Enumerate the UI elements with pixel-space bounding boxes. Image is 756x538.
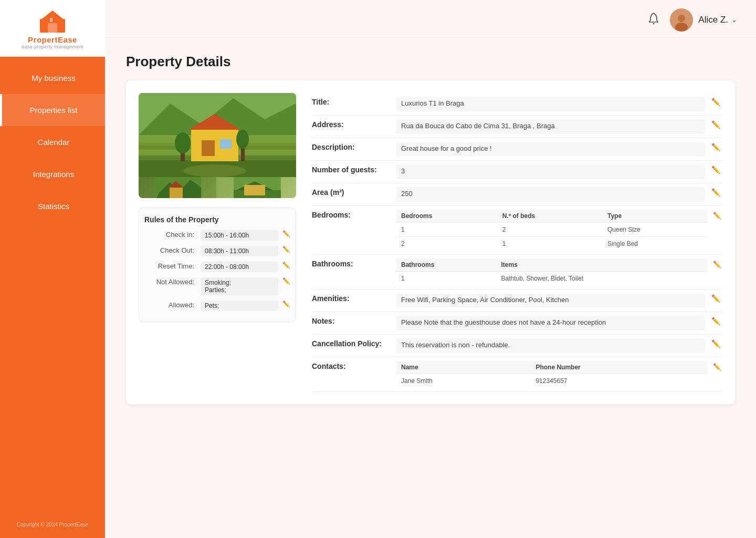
description-value: Great house for a good price !	[396, 142, 705, 157]
beds-col-header: N.º of beds	[497, 210, 602, 223]
bedrooms-detail-row: Bedrooms: Bedrooms N.º of beds Type	[312, 206, 722, 255]
property-images	[139, 93, 296, 198]
not-allowed-label: Not Allowed:	[144, 277, 194, 286]
rules-title: Rules of the Property	[144, 215, 290, 224]
checkin-edit-icon[interactable]: ✏️	[282, 230, 290, 237]
address-edit-button[interactable]: ✏️	[709, 119, 722, 130]
cancellation-label: Cancellation Policy:	[312, 338, 396, 348]
contacts-table: Name Phone Number Jane Smith 912345657	[396, 361, 708, 388]
table-row: 1 2 Queen Size	[396, 223, 708, 237]
avatar	[670, 8, 693, 32]
title-value: Luxurios T1 in Braga	[396, 97, 705, 111]
checkout-row: Check Out: 08:30h - 11:00h ✏️	[144, 246, 290, 256]
area-value: 250	[396, 187, 705, 202]
guests-edit-button[interactable]: ✏️	[709, 164, 722, 175]
sidebar-nav: My business Properties list Calendar Int…	[0, 62, 105, 222]
description-label: Description:	[312, 142, 396, 151]
title-edit-button[interactable]: ✏️	[709, 97, 722, 107]
allowed-edit-icon[interactable]: ✏️	[282, 301, 290, 308]
svg-rect-26	[170, 188, 183, 198]
reset-row: Reset Time: 22:00h - 08:00h ✏️	[144, 262, 290, 272]
sidebar-item-my-business[interactable]: My business	[0, 62, 105, 94]
area-edit-button[interactable]: ✏️	[709, 187, 722, 198]
bathroom-num-1: 1	[396, 272, 496, 286]
bedrooms-table: Bedrooms N.º of beds Type 1 2	[396, 210, 708, 251]
svg-point-4	[653, 23, 655, 24]
bathrooms-label: Bathrooms:	[312, 258, 396, 268]
thumbnail-2[interactable]	[218, 177, 296, 198]
not-allowed-edit-icon[interactable]: ✏️	[282, 277, 290, 285]
guests-value-wrap: 3 ✏️	[396, 164, 722, 179]
type-val-1: Queen Size	[602, 223, 708, 237]
bathrooms-edit-button[interactable]: ✏️	[712, 260, 722, 270]
cancellation-detail-row: Cancellation Policy: This reservation is…	[312, 335, 722, 357]
bathrooms-value-wrap: Bathrooms Items 1 Bathtub, Shower, Bidet…	[396, 258, 722, 285]
amenities-edit-button[interactable]: ✏️	[709, 293, 722, 304]
sidebar: PropertEase ease property management My …	[0, 0, 105, 538]
bathrooms-table-wrap: Bathrooms Items 1 Bathtub, Shower, Bidet…	[396, 258, 708, 285]
address-value-wrap: Rua da Bouca do Cabo de Cima 31, Braga ,…	[396, 119, 722, 134]
svg-point-22	[236, 130, 249, 149]
sidebar-item-calendar[interactable]: Calendar	[0, 126, 105, 158]
svg-rect-17	[202, 140, 215, 156]
table-row: 1 Bathtub, Shower, Bidet, Toilet	[396, 272, 708, 286]
logo-text: PropertEase	[28, 35, 77, 44]
table-row: Jane Smith 912345657	[396, 374, 708, 388]
checkout-edit-icon[interactable]: ✏️	[282, 246, 290, 253]
bedrooms-edit-button[interactable]: ✏️	[712, 211, 722, 221]
guests-value: 3	[396, 164, 705, 179]
items-col-header: Items	[496, 258, 708, 272]
guests-label: Number of guests:	[312, 164, 396, 174]
sidebar-item-integrations[interactable]: Integrations	[0, 158, 105, 190]
bedrooms-value-wrap: Bedrooms N.º of beds Type 1 2	[396, 210, 722, 251]
bedrooms-label: Bedrooms:	[312, 210, 396, 219]
logo-icon	[38, 9, 67, 34]
bedroom-num-2: 2	[396, 237, 497, 251]
page-title: Property Details	[126, 54, 735, 70]
content-area: Property Details	[105, 38, 756, 538]
reset-label: Reset Time:	[144, 262, 194, 270]
notes-detail-row: Notes: Please Note that the guesthouse d…	[312, 312, 722, 335]
sidebar-item-properties-list[interactable]: Properties list	[0, 94, 105, 126]
svg-point-6	[678, 15, 685, 22]
beds-num-1: 2	[497, 223, 602, 237]
username-label[interactable]: Alice Z.	[698, 15, 728, 25]
user-dropdown-icon[interactable]: ⌄	[731, 16, 737, 24]
contact-name-1: Jane Smith	[396, 374, 530, 388]
notes-edit-button[interactable]: ✏️	[709, 316, 722, 326]
description-value-wrap: Great house for a good price ! ✏️	[396, 142, 722, 157]
notification-bell-icon[interactable]	[647, 12, 660, 28]
checkout-label: Check Out:	[144, 246, 194, 254]
address-detail-row: Address: Rua da Bouca do Cabo de Cima 31…	[312, 116, 722, 138]
sidebar-item-statistics[interactable]: Statistics	[0, 190, 105, 222]
avatar-image	[670, 8, 693, 32]
title-value-wrap: Luxurios T1 in Braga ✏️	[396, 97, 722, 111]
rules-section: Rules of the Property Check in: 15:00h -…	[139, 208, 296, 322]
topbar: Alice Z. ⌄	[105, 0, 756, 38]
area-detail-row: Area (m²) 250 ✏️	[312, 183, 722, 206]
svg-rect-31	[244, 185, 265, 195]
guests-detail-row: Number of guests: 3 ✏️	[312, 161, 722, 183]
reset-edit-icon[interactable]: ✏️	[282, 262, 290, 269]
svg-rect-18	[220, 139, 232, 149]
description-edit-button[interactable]: ✏️	[709, 142, 722, 152]
thumbnail-1[interactable]	[139, 177, 216, 198]
beds-num-2: 1	[497, 237, 602, 251]
title-label: Title:	[312, 97, 396, 106]
contacts-edit-button[interactable]: ✏️	[712, 362, 722, 372]
allowed-label: Allowed:	[144, 301, 194, 309]
main-area: Alice Z. ⌄ Property Details	[105, 0, 756, 538]
address-value: Rua da Bouca do Cabo de Cima 31, Braga ,…	[396, 119, 705, 134]
amenities-detail-row: Amenities: Free Wifi, Parking Space, Air…	[312, 289, 722, 312]
type-val-2: Single Bed	[602, 237, 708, 251]
cancellation-edit-button[interactable]: ✏️	[709, 338, 722, 349]
cancellation-value: This reservation is non - refundable.	[396, 338, 705, 353]
bedroom-num-1: 1	[396, 223, 497, 237]
notes-value-wrap: Please Note that the guesthouse does not…	[396, 316, 722, 330]
cancellation-value-wrap: This reservation is non - refundable. ✏️	[396, 338, 722, 353]
allowed-value: Pets;	[201, 301, 278, 311]
reset-value: 22:00h - 08:00h	[201, 262, 278, 272]
notes-value: Please Note that the guesthouse does not…	[396, 316, 705, 330]
title-detail-row: Title: Luxurios T1 in Braga ✏️	[312, 93, 722, 116]
allowed-row: Allowed: Pets; ✏️	[144, 301, 290, 311]
